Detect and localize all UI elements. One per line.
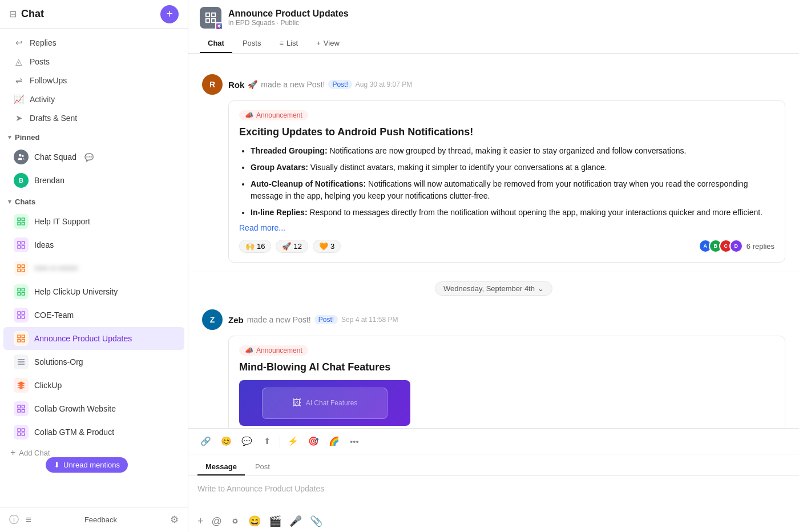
channel-tabs: Chat Posts ≡ List + View [200, 34, 788, 53]
toolbar-link-btn[interactable]: 🔗 [197, 433, 213, 449]
svg-rect-23 [22, 335, 25, 338]
input-plus-btn[interactable]: + [197, 515, 204, 527]
date-divider-label[interactable]: Wednesday, September 4th ⌄ [435, 281, 552, 296]
svg-rect-13 [18, 269, 21, 272]
plus-icon: + [316, 39, 321, 47]
announce-label: Announce Product Updates [34, 334, 132, 343]
svg-point-41 [233, 519, 237, 523]
sidebar-item-brendan[interactable]: B Brendan [3, 169, 184, 192]
arrow-down-icon: ⬇ [54, 461, 60, 469]
timestamp-2: Sep 4 at 11:58 PM [341, 316, 398, 324]
sidebar-item-followups[interactable]: ⇌ FollowUps [3, 71, 184, 90]
svg-rect-38 [212, 13, 215, 17]
svg-rect-20 [22, 316, 25, 319]
sidebar-item-announce-product-updates[interactable]: Announce Product Updates [3, 327, 184, 350]
input-attach-btn[interactable]: 📎 [310, 515, 322, 527]
sidebar-item-help-it-support[interactable]: Help IT Support [3, 210, 184, 233]
item-text: Visually distinct avatars, making it sim… [310, 163, 607, 172]
svg-rect-35 [22, 433, 25, 436]
sidebar-item-clickup[interactable]: ClickUp [3, 374, 184, 397]
help-clickup-label: Help ClickUp University [34, 287, 118, 296]
read-more-link[interactable]: Read more... [239, 223, 774, 232]
input-video-btn[interactable]: 🎬 [269, 515, 281, 527]
input-mention-btn[interactable] [230, 516, 240, 526]
help-icon[interactable]: ⓘ [9, 513, 19, 526]
reaction-btn-2[interactable]: 🚀 12 [276, 240, 308, 253]
item-text: Respond to messages directly from the no… [309, 208, 762, 217]
reaction-emoji-1: 🙌 [245, 242, 255, 251]
input-emoji-btn[interactable]: 😄 [248, 515, 261, 527]
tab-posts[interactable]: Posts [235, 34, 269, 53]
action-text-2: made a new Post! [247, 315, 311, 324]
svg-rect-6 [18, 241, 21, 244]
svg-rect-19 [22, 312, 25, 315]
announcement-text: Announcement [256, 111, 302, 119]
sidebar-item-coe-team[interactable]: COE-Team [3, 304, 184, 327]
reaction-btn-1[interactable]: 🙌 16 [239, 240, 271, 253]
collab-gtm-icon [14, 425, 29, 440]
toolbar-color-btn[interactable]: 🌈 [326, 433, 342, 449]
input-tab-post[interactable]: Post [247, 459, 278, 475]
sidebar-item-help-clickup[interactable]: Help ClickUp University [3, 280, 184, 303]
sidebar-item-activity[interactable]: 📈 Activity [3, 90, 184, 108]
settings-icon[interactable]: ⚙ [170, 514, 179, 526]
svg-rect-25 [18, 339, 21, 342]
channel-name: Announce Product Updates [228, 9, 349, 19]
sidebar-item-solutions-org[interactable]: Solutions-Org [3, 350, 184, 373]
add-button[interactable]: + [160, 5, 179, 23]
list-item: Group Avatars: Visually distinct avatars… [251, 162, 774, 174]
feedback-button[interactable]: Feedback [80, 513, 122, 526]
sidebar-item-label: Replies [30, 38, 57, 47]
list-icon[interactable]: ≡ [26, 514, 31, 526]
replies-info-1[interactable]: A B C D 6 replies [699, 239, 774, 253]
sidebar-item-replies[interactable]: ↩ Replies [3, 34, 184, 52]
channel-context: in EPD Squads · Public [228, 19, 349, 27]
message-block-2: Z Zeb made a new Post! Post! Sep 4 at 11… [188, 300, 799, 428]
tab-list[interactable]: ≡ List [271, 34, 306, 53]
post-title-2: Mind-Blowing AI Chat Features [239, 361, 774, 373]
tab-view[interactable]: + View [308, 34, 348, 53]
svg-rect-32 [18, 409, 21, 412]
input-mic-btn[interactable]: 🎤 [289, 515, 302, 527]
ideas-icon [14, 237, 29, 252]
input-tab-message[interactable]: Message [197, 459, 245, 475]
main-content: 📢 Announce Product Updates in EPD Squads… [188, 0, 799, 532]
username-zeb: Zeb [228, 315, 244, 325]
message-input-placeholder: Write to Announce Product Updates [197, 482, 790, 495]
tab-list-label: List [286, 39, 298, 47]
input-at-btn[interactable]: @ [212, 515, 222, 527]
item-bold: Auto-Cleanup of Notifications: [251, 179, 366, 188]
sidebar-item-chat-squad[interactable]: Chat Squad 💬 [3, 146, 184, 168]
sidebar-item-blurred[interactable]: ••••• •• ••••••• [3, 257, 184, 280]
collab-gtm-label: Collab GTM & Product [34, 428, 114, 437]
image-placeholder-icon: 🖼 [292, 398, 301, 408]
timestamp-1: Aug 30 at 9:07 PM [356, 80, 412, 88]
svg-rect-17 [18, 292, 21, 295]
message-meta-2: Zeb made a new Post! Post! Sep 4 at 11:5… [228, 315, 398, 325]
sidebar-toggle-icon[interactable]: ⊟ [9, 9, 17, 19]
toolbar-upload-btn[interactable]: ⬆ [259, 433, 275, 449]
sidebar-item-collab-growth[interactable]: Collab Growth Website [3, 397, 184, 420]
tab-chat[interactable]: Chat [200, 34, 232, 53]
sidebar-item-posts[interactable]: ◬ Posts [3, 53, 184, 71]
svg-rect-29 [18, 405, 21, 408]
coe-team-icon [14, 308, 29, 323]
toolbar-emoji-btn[interactable]: 😊 [218, 433, 234, 449]
sidebar-item-drafts[interactable]: ➤ Drafts & Sent [3, 109, 184, 127]
toolbar-divider [280, 436, 280, 447]
chats-section-header[interactable]: ▾ Chats [0, 194, 188, 209]
sidebar-item-ideas[interactable]: Ideas [3, 233, 184, 256]
toolbar-more-btn[interactable]: ••• [346, 433, 362, 449]
sidebar-item-label: FollowUps [30, 76, 67, 85]
toolbar-comment-btn[interactable]: 💬 [239, 433, 255, 449]
sidebar-item-collab-gtm[interactable]: Collab GTM & Product [3, 421, 184, 444]
toolbar-lightning-btn[interactable]: ⚡ [285, 433, 301, 449]
reaction-btn-3[interactable]: 🧡 3 [313, 240, 341, 253]
message-input-box[interactable]: Write to Announce Product Updates [188, 476, 799, 510]
unread-mentions-button[interactable]: ⬇ Unread mentions [46, 457, 128, 473]
toolbar-target-btn[interactable]: 🎯 [305, 433, 321, 449]
post-badge-1: Post! [328, 80, 352, 89]
svg-rect-31 [22, 409, 25, 412]
svg-rect-33 [18, 429, 21, 432]
pinned-section-header[interactable]: ▾ Pinned [0, 130, 188, 145]
